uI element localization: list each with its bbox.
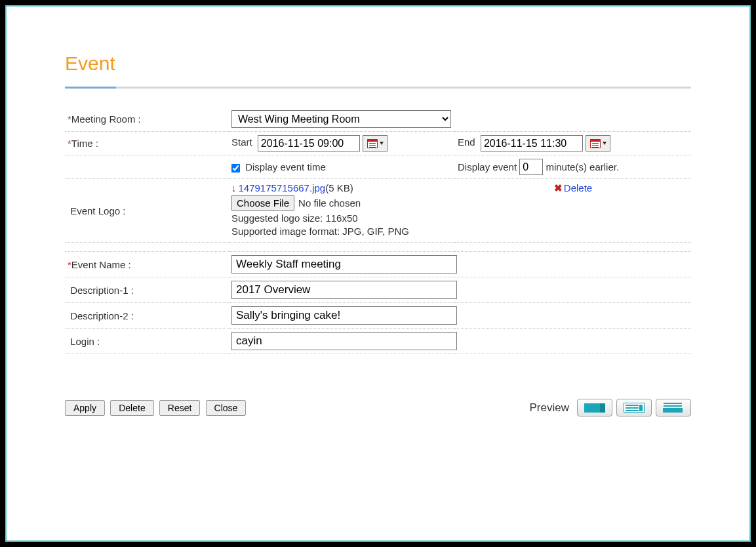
preview-group: Preview [530, 399, 691, 416]
layout-2-icon [624, 403, 645, 413]
logo-block: ↓1479175715667.jpg(5 KB) Choose FileNo f… [231, 182, 452, 237]
chevron-down-icon [380, 142, 384, 145]
preview-layout-2-button[interactable] [616, 399, 652, 416]
logo-file-size: (5 KB) [325, 182, 353, 193]
progress-fill [65, 87, 116, 89]
download-icon: ↓ [231, 182, 237, 193]
page-title: Event [65, 52, 691, 75]
no-file-chosen-label: No file chosen [298, 197, 361, 209]
reset-button[interactable]: Reset [159, 400, 201, 416]
apply-button[interactable]: Apply [65, 400, 105, 416]
supported-format-hint: Supported image format: JPG, GIF, PNG [231, 226, 452, 237]
delete-icon: ✖ [554, 182, 563, 193]
login-input[interactable] [231, 332, 457, 350]
suggested-size-hint: Suggested logo size: 116x50 [231, 213, 452, 224]
close-button[interactable]: Close [206, 400, 247, 416]
preview-layout-1-button[interactable] [577, 399, 612, 416]
window-frame: Event *Meeting Room : West Wing Meeting … [5, 5, 751, 542]
start-label: Start [231, 136, 252, 148]
preview-label: Preview [530, 401, 569, 415]
start-calendar-button[interactable] [363, 135, 388, 152]
minutes-earlier-label: minute(s) earlier. [546, 161, 619, 172]
display-event-label: Display event [458, 161, 517, 172]
description1-input[interactable] [231, 281, 457, 299]
start-datetime-input[interactable] [258, 135, 360, 152]
form-table: *Meeting Room : West Wing Meeting Room *… [65, 107, 691, 354]
meeting-room-select[interactable]: West Wing Meeting Room [231, 110, 451, 128]
event-name-input[interactable] [231, 255, 457, 274]
action-button-row: Apply Delete Reset Close [65, 400, 249, 416]
logo-file-link[interactable]: 1479175715667.jpg [239, 182, 326, 193]
layout-1-icon [584, 403, 605, 413]
description1-label: Description-1 : [70, 285, 134, 296]
chevron-down-icon [603, 142, 607, 145]
end-label: End [458, 136, 475, 148]
end-calendar-button[interactable] [586, 135, 610, 152]
delete-button[interactable]: Delete [110, 400, 153, 416]
layout-3-icon [663, 403, 684, 413]
progress-bar [65, 87, 691, 89]
minutes-earlier-input[interactable] [519, 159, 543, 175]
calendar-icon [590, 139, 601, 148]
event-name-label: Event Name : [71, 259, 131, 270]
description2-input[interactable] [231, 306, 457, 325]
calendar-icon [367, 139, 378, 148]
meeting-room-label: Meeting Room : [71, 113, 141, 125]
description2-label: Description-2 : [70, 310, 134, 321]
preview-layout-3-button[interactable] [656, 399, 691, 416]
display-event-time-label: Display event time [245, 161, 326, 172]
display-event-time-checkbox[interactable] [231, 163, 241, 172]
end-datetime-input[interactable] [481, 135, 583, 152]
login-label: Login : [70, 336, 100, 347]
event-logo-label: Event Logo : [70, 205, 125, 216]
delete-label: Delete [564, 182, 592, 193]
choose-file-button[interactable]: Choose File [231, 195, 294, 211]
footer: Apply Delete Reset Close Preview [65, 399, 691, 416]
delete-logo-link[interactable]: ✖Delete [554, 182, 592, 193]
event-form-container: Event *Meeting Room : West Wing Meeting … [65, 52, 691, 416]
time-label: Time : [71, 138, 98, 149]
